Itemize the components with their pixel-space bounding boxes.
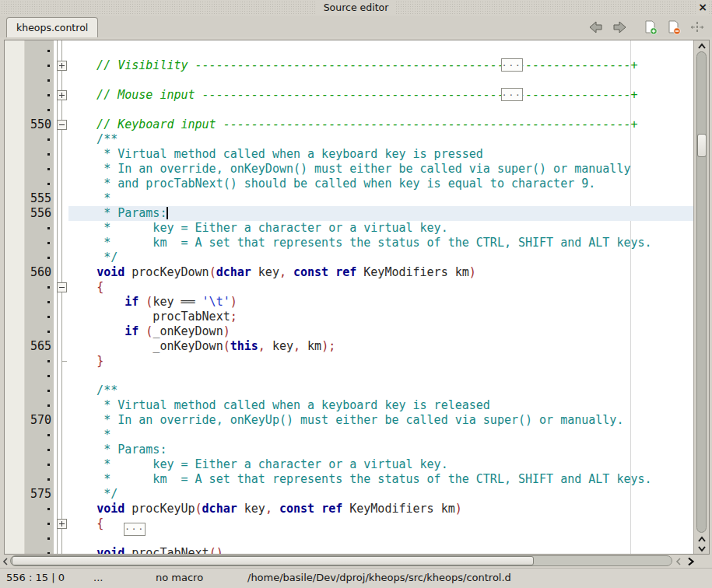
code-line[interactable]: * In an override, onKeyUp() must either …	[68, 413, 693, 428]
line-number[interactable]: 570	[25, 413, 54, 428]
code-line[interactable]: // Keyboard input ----------------------…	[68, 117, 693, 132]
scroll-left-icon[interactable]	[1, 555, 10, 568]
scroll-up-bottom-icon[interactable]	[694, 534, 709, 544]
fold-margin[interactable]	[54, 40, 68, 554]
fold-collapse-icon[interactable]	[57, 120, 67, 130]
collapsed-fold-box[interactable]: ...	[501, 88, 523, 101]
code-line[interactable]: *	[68, 191, 693, 206]
code-line-current[interactable]: * Params:	[68, 206, 693, 221]
code-line[interactable]: * km = A set that represents the status …	[68, 472, 693, 487]
code-line[interactable]: *	[68, 428, 693, 443]
line-number[interactable]: 550	[25, 117, 54, 132]
code-line[interactable]: * key = Either a character or a virtual …	[68, 221, 693, 236]
line-number[interactable]	[25, 44, 54, 58]
code-line[interactable]: * Virtual method called when a keyboard …	[68, 398, 693, 413]
tab-kheops-control[interactable]: kheops.control	[6, 17, 98, 37]
fold-expand-icon[interactable]	[57, 519, 67, 529]
code-line[interactable]: * key = Either a character or a virtual …	[68, 457, 693, 472]
line-number[interactable]	[25, 354, 54, 369]
line-number[interactable]	[25, 310, 54, 324]
line-number[interactable]: 556	[25, 206, 54, 221]
horizontal-scrollbar[interactable]	[0, 555, 712, 568]
fold-collapse-icon[interactable]	[57, 282, 67, 292]
line-number[interactable]: 575	[25, 487, 54, 502]
horizontal-scroll-thumb[interactable]	[12, 556, 534, 565]
vertical-scroll-thumb[interactable]	[697, 134, 707, 157]
code-line[interactable]: */	[68, 487, 693, 502]
line-number[interactable]	[25, 236, 54, 250]
line-number[interactable]	[25, 221, 54, 236]
line-number[interactable]	[25, 132, 54, 147]
line-number[interactable]	[25, 443, 54, 457]
line-number[interactable]	[25, 383, 54, 398]
scroll-right-icon[interactable]	[685, 555, 696, 568]
code-line[interactable]	[68, 531, 693, 546]
line-number[interactable]	[25, 428, 54, 443]
code-line[interactable]	[68, 44, 693, 58]
line-number[interactable]	[25, 73, 54, 88]
line-number[interactable]	[25, 516, 54, 531]
close-icon[interactable]: ×	[696, 0, 709, 16]
line-number[interactable]	[25, 324, 54, 339]
line-number[interactable]	[25, 502, 54, 516]
scroll-up-icon[interactable]	[694, 40, 709, 51]
line-number[interactable]	[25, 162, 54, 177]
line-number[interactable]	[25, 398, 54, 413]
line-number[interactable]	[25, 295, 54, 310]
code-line[interactable]: if (_onKeyDown)	[68, 324, 693, 339]
code-line[interactable]: /**	[68, 383, 693, 398]
code-line[interactable]: * Params:	[68, 443, 693, 457]
code-line[interactable]: * Virtual method called when a keyboard …	[68, 147, 693, 162]
code-line[interactable]	[68, 369, 693, 383]
code-line[interactable]: procTabNext;	[68, 310, 693, 324]
code-line[interactable]: // Mouse input -------------------------…	[68, 88, 693, 103]
dock-title-bar[interactable]: Source editor ×	[0, 0, 712, 16]
line-number[interactable]	[25, 457, 54, 472]
horizontal-scroll-track[interactable]	[10, 555, 672, 566]
code-line[interactable]: // Visibility --------------------------…	[68, 58, 693, 73]
line-number[interactable]	[25, 546, 54, 555]
code-line[interactable]: }	[68, 354, 693, 369]
code-line[interactable]: {...	[68, 516, 693, 531]
line-number[interactable]: 560	[25, 265, 54, 280]
code-line[interactable]: /**	[68, 132, 693, 147]
collapsed-fold-box[interactable]: ...	[501, 58, 523, 72]
go-forward-icon[interactable]	[611, 19, 628, 36]
code-line[interactable]: void procTabNext()	[68, 546, 693, 554]
line-number[interactable]	[25, 177, 54, 191]
line-number[interactable]: 565	[25, 339, 54, 354]
code-line[interactable]: void procKeyDown(dchar key, const ref Ke…	[68, 265, 693, 280]
line-number[interactable]	[25, 472, 54, 487]
scroll-left-right-icon[interactable]	[674, 555, 683, 568]
code-line[interactable]	[68, 73, 693, 88]
scroll-down-icon[interactable]	[694, 544, 709, 553]
code-line[interactable]: * In an override, onKeyDown() must eithe…	[68, 162, 693, 177]
line-number[interactable]	[25, 280, 54, 295]
code-line[interactable]: if (key ══ '\t')	[68, 295, 693, 310]
line-number-gutter[interactable]: 550555556560565570575	[25, 40, 54, 554]
split-view-icon[interactable]	[689, 19, 706, 36]
line-number[interactable]	[25, 147, 54, 162]
vertical-scrollbar[interactable]	[693, 40, 709, 554]
go-back-icon[interactable]	[587, 19, 605, 36]
code-line[interactable]: * and procTabNext() should be called whe…	[68, 177, 693, 191]
vertical-scroll-track[interactable]	[696, 51, 707, 533]
line-number[interactable]	[25, 250, 54, 265]
line-number[interactable]	[25, 88, 54, 103]
line-number[interactable]	[25, 58, 54, 73]
line-number[interactable]	[25, 531, 54, 546]
remove-document-icon[interactable]	[665, 19, 682, 36]
line-number[interactable]	[25, 103, 54, 117]
code-line[interactable]: void procKeyUp(dchar key, const ref KeyM…	[68, 502, 693, 516]
code-text-area[interactable]: // Visibility --------------------------…	[68, 40, 693, 554]
code-line[interactable]: */	[68, 250, 693, 265]
line-number[interactable]	[25, 369, 54, 383]
fold-expand-icon[interactable]	[57, 90, 67, 100]
new-document-icon[interactable]	[642, 19, 659, 36]
fold-expand-icon[interactable]	[57, 61, 67, 71]
code-line[interactable]: {	[68, 280, 693, 295]
code-line[interactable]: * km = A set that represents the status …	[68, 236, 693, 250]
code-line[interactable]: _onKeyDown(this, key, km);	[68, 339, 693, 354]
code-line[interactable]	[68, 103, 693, 117]
line-number[interactable]: 555	[25, 191, 54, 206]
